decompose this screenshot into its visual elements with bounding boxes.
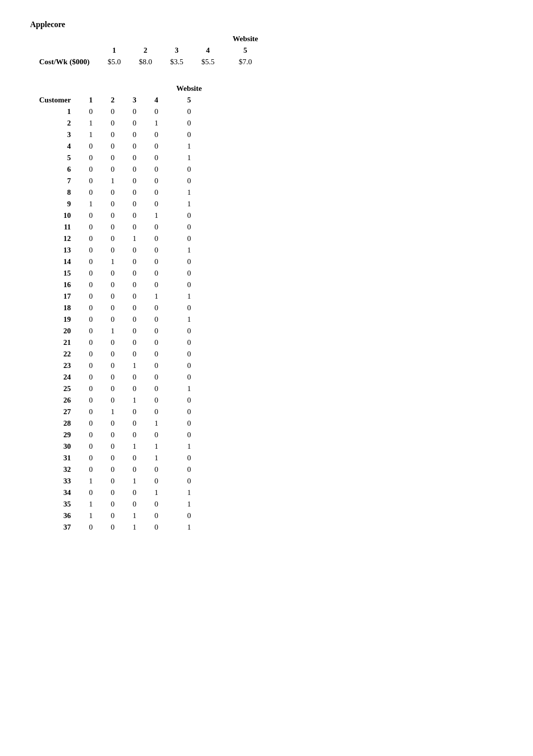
- customer-val-5: 0: [167, 129, 211, 141]
- customer-num: 20: [30, 325, 80, 337]
- customer-row: 701000: [30, 175, 211, 187]
- customer-num: 27: [30, 406, 80, 418]
- customer-val-5: 0: [167, 475, 211, 487]
- customer-val-1: 0: [80, 221, 102, 233]
- customer-val-4: 0: [146, 302, 168, 314]
- customer-val-2: 0: [102, 498, 124, 510]
- customer-row: 1500000: [30, 268, 211, 279]
- customer-val-1: 0: [80, 337, 102, 348]
- customer-val-5: 0: [167, 117, 211, 129]
- customer-website-label: Website: [167, 83, 211, 94]
- customer-val-3: 1: [123, 441, 146, 452]
- customer-val-1: 0: [80, 360, 102, 371]
- customer-val-3: 0: [123, 452, 146, 464]
- customer-row: 3610100: [30, 510, 211, 522]
- cost-val-2: $8.0: [130, 56, 161, 68]
- customer-row: 1600000: [30, 279, 211, 291]
- customer-val-2: 0: [102, 464, 124, 475]
- customer-val-5: 0: [167, 406, 211, 418]
- customer-row-header: Customer: [30, 94, 80, 106]
- customer-val-2: 0: [102, 291, 124, 302]
- customer-val-1: 0: [80, 395, 102, 406]
- customer-val-4: 0: [146, 141, 168, 152]
- cost-val-3: $3.5: [161, 56, 192, 68]
- customer-val-2: 0: [102, 187, 124, 198]
- customer-val-1: 0: [80, 152, 102, 164]
- customer-val-2: 0: [102, 244, 124, 256]
- customer-val-5: 1: [167, 498, 211, 510]
- customer-val-3: 0: [123, 129, 146, 141]
- customer-num: 5: [30, 152, 80, 164]
- customer-val-1: 0: [80, 302, 102, 314]
- customer-val-1: 0: [80, 141, 102, 152]
- customer-row: 3510001: [30, 498, 211, 510]
- customer-val-1: 0: [80, 383, 102, 395]
- customer-row: 2500001: [30, 383, 211, 395]
- cost-row-label: Cost/Wk ($000): [30, 56, 98, 68]
- customer-val-5: 0: [167, 279, 211, 291]
- customer-val-4: 0: [146, 348, 168, 360]
- customer-row: 1900001: [30, 314, 211, 325]
- customer-num: 3: [30, 129, 80, 141]
- customer-val-5: 1: [167, 141, 211, 152]
- customer-val-5: 1: [167, 314, 211, 325]
- customer-row: 3100010: [30, 452, 211, 464]
- customer-val-2: 1: [102, 325, 124, 337]
- customer-row: 800001: [30, 187, 211, 198]
- customer-num: 25: [30, 383, 80, 395]
- customer-val-2: 0: [102, 302, 124, 314]
- customer-val-2: 0: [102, 198, 124, 210]
- customer-val-5: 0: [167, 221, 211, 233]
- customer-val-1: 0: [80, 325, 102, 337]
- cost-table: Website 1 2 3 4 5 Cost/Wk ($000) $5.0 $8…: [30, 33, 267, 68]
- customer-col-1: 1: [80, 94, 102, 106]
- customer-val-5: 1: [167, 441, 211, 452]
- customer-val-2: 0: [102, 152, 124, 164]
- customer-val-4: 1: [146, 291, 168, 302]
- customer-num: 36: [30, 510, 80, 522]
- customer-val-3: 0: [123, 291, 146, 302]
- customer-val-4: 0: [146, 314, 168, 325]
- customer-val-5: 0: [167, 233, 211, 244]
- customer-val-4: 0: [146, 244, 168, 256]
- customer-val-3: 0: [123, 244, 146, 256]
- customer-row: 500001: [30, 152, 211, 164]
- customer-val-5: 0: [167, 164, 211, 175]
- customer-num: 6: [30, 164, 80, 175]
- customer-num: 13: [30, 244, 80, 256]
- customer-val-4: 1: [146, 117, 168, 129]
- customer-val-2: 0: [102, 429, 124, 441]
- customer-val-1: 0: [80, 279, 102, 291]
- customer-val-4: 0: [146, 429, 168, 441]
- customer-val-2: 0: [102, 106, 124, 117]
- customer-val-2: 1: [102, 256, 124, 268]
- customer-num: 22: [30, 348, 80, 360]
- customer-val-3: 0: [123, 418, 146, 429]
- customer-row: 2800010: [30, 418, 211, 429]
- cost-row: Cost/Wk ($000) $5.0 $8.0 $3.5 $5.5 $7.0: [30, 56, 267, 68]
- customer-val-3: 1: [123, 522, 146, 533]
- customer-val-1: 0: [80, 210, 102, 221]
- customer-val-1: 1: [80, 117, 102, 129]
- customer-row: 2001000: [30, 325, 211, 337]
- customer-val-3: 0: [123, 464, 146, 475]
- customer-val-4: 0: [146, 383, 168, 395]
- customer-row: 1700011: [30, 291, 211, 302]
- customer-col-5: 5: [167, 94, 211, 106]
- customer-val-3: 0: [123, 175, 146, 187]
- customer-val-5: 0: [167, 360, 211, 371]
- customer-val-1: 0: [80, 452, 102, 464]
- customer-val-5: 0: [167, 429, 211, 441]
- customer-row: 1800000: [30, 302, 211, 314]
- customer-val-5: 0: [167, 395, 211, 406]
- customer-val-1: 0: [80, 348, 102, 360]
- customer-row: 210010: [30, 117, 211, 129]
- customer-table: Website Customer 1 2 3 4 5 1000002100103…: [30, 83, 211, 533]
- customer-row: 3200000: [30, 464, 211, 475]
- customer-val-4: 1: [146, 418, 168, 429]
- customer-val-2: 0: [102, 475, 124, 487]
- customer-num: 33: [30, 475, 80, 487]
- customer-val-1: 1: [80, 510, 102, 522]
- customer-val-5: 0: [167, 302, 211, 314]
- customer-val-4: 0: [146, 325, 168, 337]
